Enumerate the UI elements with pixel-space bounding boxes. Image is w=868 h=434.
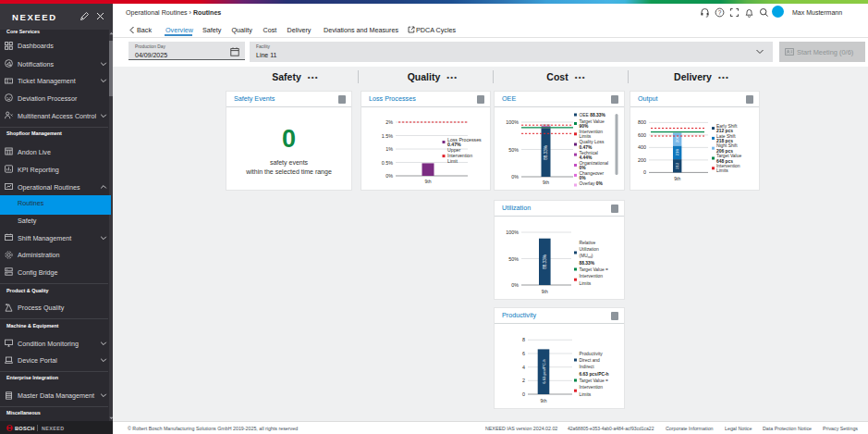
- svg-text:212 pcs: 212 pcs: [716, 129, 733, 133]
- svg-text:4: 4: [522, 365, 525, 370]
- svg-text:Intervention: Intervention: [580, 385, 604, 390]
- svg-text:4.44%: 4.44%: [580, 155, 593, 160]
- svg-text:Target Value: Target Value: [716, 154, 741, 158]
- svg-text:Target Value =: Target Value =: [580, 378, 608, 383]
- svg-text:OEE 88.33%: OEE 88.33%: [580, 113, 606, 118]
- svg-text:0%: 0%: [580, 166, 587, 170]
- svg-text:0%: 0%: [511, 174, 519, 180]
- svg-text:0: 0: [522, 391, 525, 397]
- svg-text:Target Value =: Target Value =: [580, 267, 608, 272]
- svg-text:206 pcs: 206 pcs: [716, 149, 733, 154]
- svg-text:50%: 50%: [508, 147, 519, 153]
- svg-text:?: ?: [718, 8, 722, 15]
- svg-text:90%: 90%: [580, 124, 589, 129]
- svg-text:0%: 0%: [385, 173, 393, 179]
- svg-text:9th: 9th: [425, 179, 432, 184]
- svg-text:9th: 9th: [543, 180, 549, 185]
- svg-text:88.33%: 88.33%: [544, 145, 548, 160]
- svg-text:0%: 0%: [511, 282, 519, 288]
- svg-text:218 pcs: 218 pcs: [716, 139, 733, 143]
- svg-text:Target Value: Target Value: [580, 119, 605, 124]
- svg-text:Limits: Limits: [580, 392, 592, 397]
- svg-text:Utilization: Utilization: [580, 247, 599, 252]
- svg-text:6.63 pcs/PC-h: 6.63 pcs/PC-h: [580, 372, 609, 377]
- svg-text:Relative: Relative: [580, 241, 596, 245]
- svg-text:2: 2: [522, 378, 525, 383]
- svg-text:1.5%: 1.5%: [382, 133, 393, 139]
- svg-text:Intervention: Intervention: [580, 274, 604, 279]
- svg-text:200: 200: [638, 157, 646, 163]
- svg-text:0.47%: 0.47%: [447, 142, 461, 147]
- svg-text:6: 6: [522, 351, 525, 356]
- svg-text:Early Shift: Early Shift: [716, 124, 738, 129]
- svg-text:Night Shift: Night Shift: [716, 143, 738, 148]
- svg-text:0%: 0%: [580, 176, 587, 180]
- svg-text:9th: 9th: [674, 176, 680, 181]
- svg-text:9th: 9th: [541, 398, 547, 403]
- svg-text:400: 400: [638, 144, 646, 150]
- svg-text:100%: 100%: [506, 119, 519, 125]
- svg-text:Indirect: Indirect: [580, 365, 595, 369]
- svg-text:800: 800: [638, 119, 646, 125]
- svg-text:Intervention: Intervention: [716, 164, 740, 168]
- svg-text:Limit: Limit: [447, 158, 458, 164]
- svg-text:600: 600: [638, 132, 646, 138]
- svg-text:0.47%: 0.47%: [580, 145, 593, 150]
- svg-text:(MUrel): (MUrel): [580, 254, 593, 259]
- svg-text:218: 218: [675, 149, 679, 156]
- svg-text:Limits: Limits: [716, 168, 728, 173]
- svg-text:0.5%: 0.5%: [382, 160, 393, 166]
- svg-text:Late Shift: Late Shift: [716, 134, 736, 139]
- svg-text:212: 212: [675, 162, 679, 169]
- svg-text:1%: 1%: [385, 146, 393, 152]
- svg-text:Limits: Limits: [580, 281, 592, 286]
- svg-text:9th: 9th: [542, 289, 548, 294]
- svg-text:2%: 2%: [385, 119, 393, 125]
- svg-text:88.33%: 88.33%: [580, 261, 595, 266]
- svg-text:Productivity: Productivity: [580, 352, 604, 356]
- svg-text:Limits: Limits: [580, 134, 592, 139]
- svg-text:50%: 50%: [508, 256, 519, 262]
- svg-text:Overlay 0%: Overlay 0%: [580, 181, 604, 186]
- svg-text:648 pcs: 648 pcs: [716, 159, 733, 164]
- svg-text:0: 0: [643, 169, 646, 175]
- svg-text:6.63 pcs/PC-h: 6.63 pcs/PC-h: [542, 359, 546, 384]
- svg-text:100%: 100%: [506, 229, 519, 235]
- svg-text:8: 8: [522, 337, 525, 342]
- svg-text:88.33%: 88.33%: [543, 254, 547, 269]
- svg-text:Direct and: Direct and: [580, 358, 601, 363]
